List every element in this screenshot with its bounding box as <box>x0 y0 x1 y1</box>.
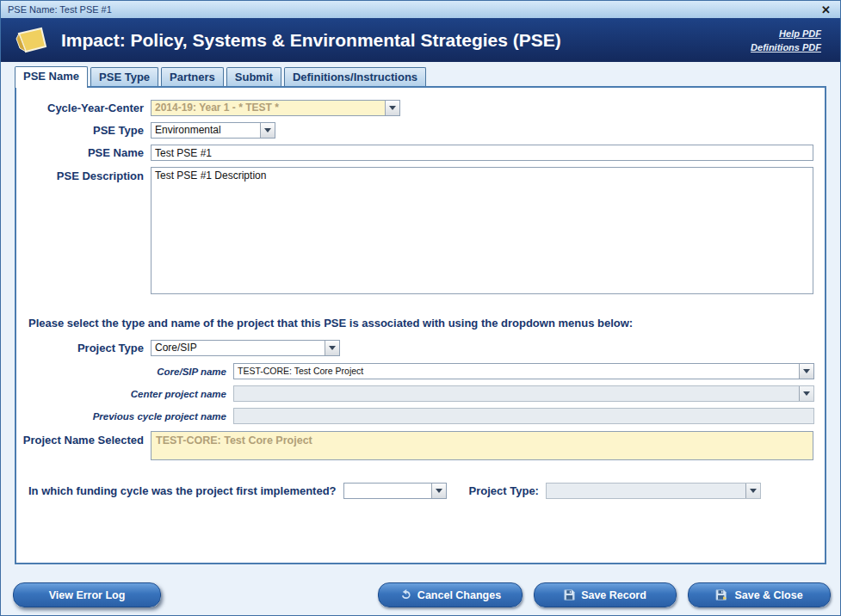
close-icon[interactable]: ✕ <box>819 4 833 15</box>
help-pdf-link[interactable]: Help PDF <box>779 28 821 39</box>
project-type-selected-value <box>547 484 745 498</box>
save-close-label: Save & Close <box>734 589 802 601</box>
association-instruction: Please select the type and name of the p… <box>16 317 825 330</box>
project-type-label: Project Type <box>16 342 144 355</box>
center-project-name-value <box>234 386 799 401</box>
funding-cycle-value <box>344 484 431 498</box>
footer-bar: View Error Log Cancel Changes Sav <box>13 582 831 607</box>
previous-cycle-project-name-label: Previous cycle project name <box>16 411 226 422</box>
dropdown-arrow-icon[interactable] <box>325 341 339 355</box>
previous-cycle-project-name-row: Previous cycle project name <box>16 408 825 424</box>
dropdown-arrow-icon[interactable] <box>745 484 760 498</box>
cycle-year-center-value: 2014-19: Year 1 - * TEST * <box>152 101 385 115</box>
tab-strip: PSE Name PSE Type Partners Submit Defini… <box>1 62 840 86</box>
save-icon <box>564 589 575 601</box>
project-type-select[interactable]: Core/SIP <box>151 340 340 356</box>
cancel-changes-label: Cancel Changes <box>417 589 501 601</box>
window-title: PSE Name: Test PSE #1 <box>8 4 819 15</box>
center-project-name-select[interactable] <box>233 385 814 402</box>
project-type-row: Project Type Core/SIP <box>16 340 825 356</box>
definitions-pdf-link[interactable]: Definitions PDF <box>751 42 821 52</box>
pse-description-label: PSE Description <box>16 167 144 183</box>
core-sip-name-select[interactable]: TEST-CORE: Test Core Project <box>233 363 814 379</box>
pse-type-value: Environmental <box>152 123 260 138</box>
note-icon <box>13 26 49 55</box>
window-titlebar: PSE Name: Test PSE #1 ✕ <box>1 1 840 18</box>
pse-description-input[interactable]: Test PSE #1 Description <box>151 167 813 294</box>
project-name-selected-row: Project Name Selected TEST-CORE: Test Co… <box>16 431 825 460</box>
cycle-year-center-row: Cycle-Year-Center 2014-19: Year 1 - * TE… <box>16 100 825 116</box>
dropdown-arrow-icon[interactable] <box>260 123 275 138</box>
funding-cycle-select[interactable] <box>343 483 447 499</box>
cycle-year-center-label: Cycle-Year-Center <box>16 102 144 115</box>
tab-submit[interactable]: Submit <box>226 67 281 86</box>
tab-partners[interactable]: Partners <box>161 67 224 86</box>
save-record-label: Save Record <box>581 589 646 601</box>
project-name-selected-value: TEST-CORE: Test Core Project <box>151 431 813 460</box>
dropdown-arrow-icon[interactable] <box>385 101 399 115</box>
core-sip-name-label: Core/SIP name <box>16 367 226 377</box>
tab-definitions-instructions[interactable]: Definitions/Instructions <box>284 67 426 86</box>
pse-name-input[interactable] <box>151 145 813 161</box>
dropdown-arrow-icon[interactable] <box>799 386 813 401</box>
project-type-value: Core/SIP <box>152 341 325 355</box>
dropdown-arrow-icon[interactable] <box>799 364 813 379</box>
funding-cycle-question-label: In which funding cycle was the project f… <box>28 484 337 497</box>
funding-cycle-row: In which funding cycle was the project f… <box>16 483 825 499</box>
app-header: Impact: Policy, Systems & Environmental … <box>1 18 840 62</box>
pse-name-tab-panel: Cycle-Year-Center 2014-19: Year 1 - * TE… <box>15 86 826 564</box>
save-close-icon <box>715 589 728 601</box>
undo-icon <box>399 589 411 601</box>
pse-type-select[interactable]: Environmental <box>151 122 275 139</box>
dropdown-arrow-icon[interactable] <box>431 484 446 498</box>
core-sip-name-value: TEST-CORE: Test Core Project <box>234 364 799 379</box>
page-title: Impact: Policy, Systems & Environmental … <box>61 30 751 51</box>
header-links: Help PDF Definitions PDF <box>751 28 821 52</box>
pse-type-label: PSE Type <box>16 124 144 138</box>
cancel-changes-button[interactable]: Cancel Changes <box>378 582 523 607</box>
pse-type-row: PSE Type Environmental <box>16 122 825 139</box>
pse-description-row: PSE Description Test PSE #1 Description <box>16 167 825 294</box>
save-close-button[interactable]: Save & Close <box>688 582 831 607</box>
cycle-year-center-select[interactable]: 2014-19: Year 1 - * TEST * <box>151 100 400 116</box>
pse-name-label: PSE Name <box>16 146 144 160</box>
tab-pse-type[interactable]: PSE Type <box>90 67 158 86</box>
project-type-selected-select[interactable] <box>546 483 761 499</box>
project-name-selected-label: Project Name Selected <box>16 431 144 447</box>
previous-cycle-project-name-field <box>233 408 814 424</box>
pse-window: PSE Name: Test PSE #1 ✕ Impact: Policy, … <box>0 0 841 616</box>
pse-name-row: PSE Name <box>16 145 825 161</box>
center-project-name-label: Center project name <box>16 389 226 399</box>
save-record-button[interactable]: Save Record <box>534 582 677 607</box>
view-error-log-label: View Error Log <box>49 589 126 601</box>
project-type-selected-label: Project Type: <box>469 484 539 497</box>
core-sip-name-row: Core/SIP name TEST-CORE: Test Core Proje… <box>16 363 825 379</box>
view-error-log-button[interactable]: View Error Log <box>13 582 161 607</box>
tab-pse-name[interactable]: PSE Name <box>15 66 88 88</box>
center-project-name-row: Center project name <box>16 385 825 402</box>
